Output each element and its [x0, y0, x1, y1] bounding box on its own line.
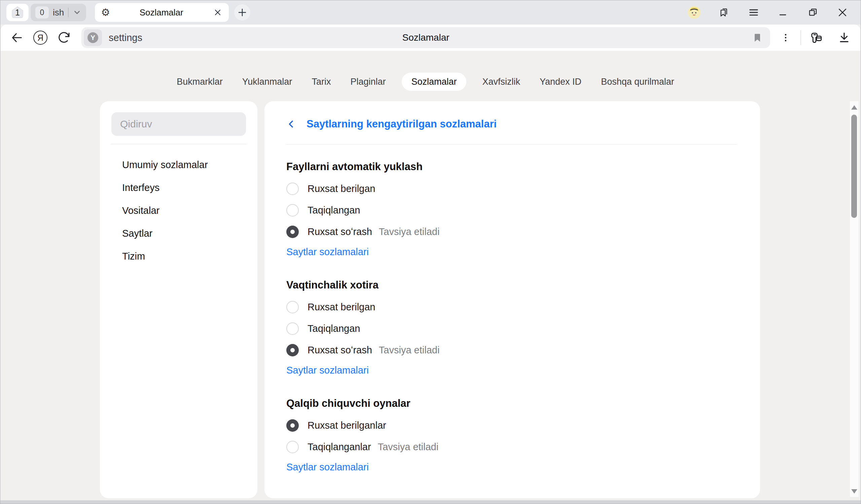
refresh-button[interactable] — [56, 30, 71, 45]
section-vaqtinchalik-xotira: Vaqtinchalik xotira Ruxsat berilgan Taqi… — [286, 279, 737, 376]
settings-page: Bukmarklar Yuklanmalar Tarix Plaginlar S… — [1, 51, 860, 500]
radio-option[interactable]: Taqiqlangan — [286, 199, 737, 221]
radio-selected[interactable] — [286, 226, 299, 238]
scroll-up-arrow[interactable] — [851, 105, 857, 110]
radio-option[interactable]: Ruxsat soʻrash Tavsiya etiladi — [286, 221, 737, 242]
radio-option[interactable]: Ruxsat soʻrash Tavsiya etiladi — [286, 339, 737, 361]
group-divider — [68, 8, 69, 17]
section-heading: Fayllarni avtomatik yuklash — [286, 161, 737, 173]
browser-window: 1 0 ish ⚙ Sozlamalar — [0, 0, 861, 504]
section-heading: Vaqtinchalik xotira — [286, 279, 737, 291]
tab-count: 1 — [15, 8, 20, 17]
radio-unselected[interactable] — [286, 441, 299, 453]
group-name-label: ish — [53, 8, 64, 18]
tab-bar: 1 0 ish ⚙ Sozlamalar — [0, 0, 861, 25]
profile-avatar[interactable] — [688, 6, 700, 19]
radio-label: Ruxsat berilgan — [308, 302, 375, 313]
back-chevron-icon[interactable] — [286, 118, 297, 130]
new-tab-button[interactable] — [234, 4, 250, 20]
nav-tab-tarix[interactable]: Tarix — [308, 73, 334, 91]
radio-option[interactable]: Taqiqlanganlar Tavsiya etiladi — [286, 436, 737, 458]
radio-option[interactable]: Ruxsat berilgan — [286, 296, 737, 318]
nav-tab-sozlamalar[interactable]: Sozlamalar — [402, 73, 466, 91]
section-qalqib-chiquvchi-oynalar: Qalqib chiquvchi oynalar Ruxsat berilgan… — [286, 397, 737, 473]
scroll-down-arrow[interactable] — [851, 489, 857, 493]
tab-close-icon[interactable] — [213, 8, 223, 17]
chevron-down-icon[interactable] — [73, 8, 81, 17]
radio-label: Ruxsat berilganlar — [308, 420, 386, 431]
bookmarks-panel-icon[interactable] — [718, 6, 730, 18]
sidebar-item-umumiy-sozlamalar[interactable]: Umumiy sozlamalar — [100, 153, 257, 176]
sidebar-item-vositalar[interactable]: Vositalar — [100, 199, 257, 222]
radio-unselected[interactable] — [286, 183, 299, 195]
back-header[interactable]: Saytlarning kengaytirilgan sozlamalari — [286, 116, 737, 132]
radio-unselected[interactable] — [286, 204, 299, 216]
site-favicon-chip[interactable]: Y — [84, 29, 102, 46]
nav-tab-plaginlar[interactable]: Plaginlar — [347, 73, 389, 91]
settings-main-panel: Saytlarning kengaytirilgan sozlamalari F… — [264, 101, 760, 498]
radio-unselected[interactable] — [286, 322, 299, 335]
nav-tab-yandex-id[interactable]: Yandex ID — [536, 73, 585, 91]
page-scrollbar[interactable] — [850, 101, 859, 497]
omnibox-page-title: Sozlamalar — [81, 32, 770, 43]
tabbar-right-controls — [688, 6, 849, 19]
section-fayllarni-avtomatik-yuklash: Fayllarni avtomatik yuklash Ruxsat beril… — [286, 161, 737, 257]
site-settings-link[interactable]: Saytlar sozlamalari — [286, 462, 369, 473]
yandex-home-button[interactable]: Я — [33, 30, 48, 45]
nav-tab-bukmarklar[interactable]: Bukmarklar — [173, 73, 226, 91]
tab-group-pill[interactable]: 0 ish — [31, 4, 86, 21]
radio-selected[interactable] — [286, 419, 299, 432]
radio-label: Taqiqlangan — [308, 205, 360, 216]
settings-nav-tabs: Bukmarklar Yuklanmalar Tarix Plaginlar S… — [1, 73, 850, 91]
radio-label: Taqiqlanganlar — [308, 442, 371, 452]
address-right-controls — [770, 30, 851, 45]
password-manager-icon[interactable] — [808, 30, 823, 45]
radio-option[interactable]: Ruxsat berilganlar — [286, 415, 737, 436]
scrollbar-thumb[interactable] — [851, 115, 857, 218]
radio-option[interactable]: Taqiqlangan — [286, 318, 737, 339]
search-input[interactable] — [111, 112, 246, 136]
sidebar-item-tizim[interactable]: Tizim — [100, 245, 257, 268]
radio-label: Taqiqlangan — [308, 323, 360, 334]
sidebar-item-interfeys[interactable]: Interfeys — [100, 176, 257, 199]
group-count-badge: 0 — [35, 6, 49, 18]
yandex-logo-icon: Я — [33, 31, 47, 45]
radio-label: Ruxsat soʻrash — [308, 345, 372, 356]
tab-title: Sozlamalar — [110, 8, 213, 18]
nav-tab-boshqa-qurilmalar[interactable]: Boshqa qurilmalar — [598, 73, 678, 91]
sidebar-divider — [111, 144, 246, 144]
radio-selected[interactable] — [286, 344, 299, 356]
window-bottom-edge — [0, 500, 861, 504]
recommended-note: Tavsiya etiladi — [379, 345, 440, 356]
bookmark-flag-icon[interactable] — [752, 32, 763, 43]
address-text: settings — [109, 32, 142, 43]
sidebar-item-saytlar[interactable]: Saytlar — [100, 222, 257, 245]
recommended-note: Tavsiya etiladi — [378, 442, 439, 452]
header-divider — [286, 144, 737, 144]
address-bar-row: Я Y settings Sozlamalar — [1, 25, 860, 51]
tab-group-counter-button[interactable]: 1 — [6, 4, 29, 21]
avatar-girl-icon — [688, 6, 700, 19]
active-tab[interactable]: ⚙ Sozlamalar — [95, 3, 229, 22]
site-settings-link[interactable]: Saytlar sozlamalari — [286, 247, 369, 257]
radio-unselected[interactable] — [286, 301, 299, 313]
omnibox[interactable]: Y settings Sozlamalar — [81, 27, 770, 48]
page-title: Saytlarning kengaytirilgan sozlamalari — [306, 118, 497, 130]
menu-hamburger-icon[interactable] — [748, 6, 760, 18]
radio-label: Ruxsat soʻrash — [308, 226, 372, 237]
recommended-note: Tavsiya etiladi — [379, 226, 440, 237]
more-options-kebab-icon[interactable] — [778, 30, 793, 45]
nav-tab-yuklanmalar[interactable]: Yuklanmalar — [239, 73, 296, 91]
radio-option[interactable]: Ruxsat berilgan — [286, 178, 737, 199]
gear-icon: ⚙ — [101, 8, 110, 17]
window-close-icon[interactable] — [836, 6, 849, 18]
window-restore-icon[interactable] — [807, 6, 819, 18]
site-settings-link[interactable]: Saytlar sozlamalari — [286, 365, 369, 376]
nav-tab-xavfsizlik[interactable]: Xavfsizlik — [479, 73, 524, 91]
section-heading: Qalqib chiquvchi oynalar — [286, 397, 737, 409]
sidebar-list: Umumiy sozlamalar Interfeys Vositalar Sa… — [100, 153, 257, 268]
window-minimize-icon[interactable] — [777, 6, 789, 18]
downloads-icon[interactable] — [837, 30, 851, 45]
back-button[interactable] — [10, 30, 24, 45]
settings-favicon-icon: Y — [87, 32, 98, 43]
